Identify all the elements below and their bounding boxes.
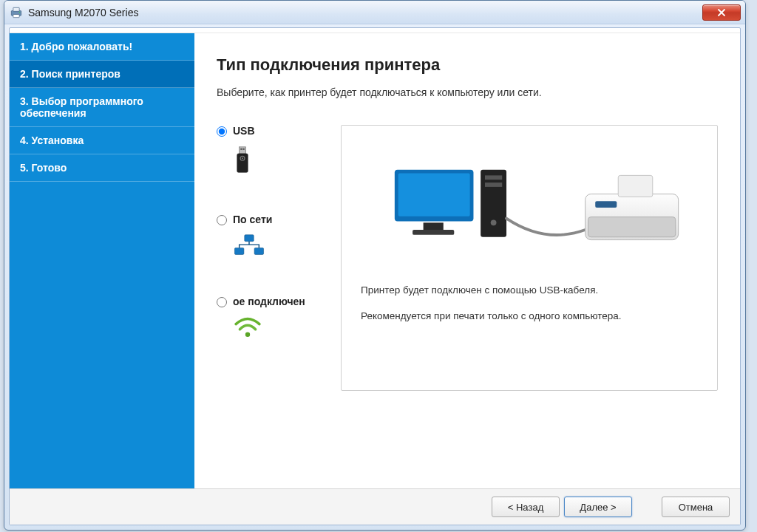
preview-text-2: Рекомендуется при печати только с одного… (361, 310, 701, 324)
sidebar-step-install[interactable]: 4. Установка (10, 127, 194, 154)
cancel-button[interactable]: Отмена (662, 497, 730, 517)
svg-rect-2 (13, 14, 19, 17)
sidebar-step-search[interactable]: 2. Поиск принтеров (10, 61, 194, 88)
sidebar-step-welcome[interactable]: 1. Добро пожаловать! (10, 33, 194, 61)
printer-app-icon (9, 5, 24, 20)
option-wireless-label: ое подключен (233, 296, 305, 309)
close-button[interactable] (702, 4, 741, 21)
title-bar[interactable]: Samsung M2070 Series (4, 1, 745, 24)
svg-rect-1 (13, 7, 19, 11)
page-subheading: Выберите, как принтер будет подключаться… (217, 86, 718, 98)
radio-usb[interactable] (217, 126, 227, 137)
connection-illustration (361, 161, 701, 254)
radio-network[interactable] (217, 215, 227, 225)
wizard-footer: < Назад Далее > Отмена (10, 488, 740, 525)
svg-rect-18 (481, 170, 506, 237)
svg-point-9 (242, 157, 243, 159)
svg-point-3 (19, 11, 20, 13)
svg-rect-10 (245, 235, 254, 242)
sidebar-step-done[interactable]: 5. Готово (10, 154, 194, 182)
option-network[interactable]: По сети (217, 214, 341, 261)
svg-rect-12 (254, 248, 263, 255)
next-button[interactable]: Далее > (564, 497, 632, 517)
svg-point-13 (245, 332, 250, 336)
network-icon (233, 233, 264, 260)
page-heading: Тип подключения принтера (217, 55, 718, 75)
svg-point-21 (491, 219, 497, 225)
installer-window: Samsung M2070 Series 1. Добро пожаловать… (4, 0, 746, 531)
preview-text-1: Принтер будет подключен с помощью USB-ка… (361, 284, 701, 298)
wizard-content: Тип подключения принтера Выберите, как п… (194, 33, 740, 488)
close-icon (717, 8, 726, 17)
svg-rect-4 (239, 146, 245, 153)
usb-drive-icon (233, 146, 264, 178)
wifi-icon (233, 316, 264, 341)
svg-rect-19 (485, 175, 502, 180)
window-title: Samsung M2070 Series (28, 7, 702, 18)
radio-wireless[interactable] (217, 297, 227, 307)
svg-rect-23 (588, 217, 676, 237)
svg-rect-24 (618, 175, 653, 197)
svg-rect-5 (240, 148, 242, 149)
option-usb-label: USB (233, 125, 255, 138)
svg-rect-6 (242, 148, 244, 149)
wizard-sidebar: 1. Добро пожаловать! 2. Поиск принтеров … (10, 33, 194, 488)
svg-rect-17 (413, 230, 454, 235)
back-button[interactable]: < Назад (492, 497, 560, 517)
connection-options: USB (217, 125, 341, 341)
option-network-label: По сети (233, 214, 272, 227)
client-area: 1. Добро пожаловать! 2. Поиск принтеров … (9, 27, 741, 525)
svg-rect-20 (485, 183, 502, 187)
svg-rect-16 (424, 222, 444, 230)
svg-rect-11 (234, 248, 243, 255)
connection-preview-panel: Принтер будет подключен с помощью USB-ка… (341, 125, 718, 391)
svg-rect-25 (595, 201, 617, 208)
sidebar-step-software[interactable]: 3. Выбор программного обеспечения (10, 88, 194, 127)
option-usb[interactable]: USB (217, 125, 341, 178)
option-wireless[interactable]: ое подключен (217, 296, 341, 341)
svg-rect-15 (398, 173, 470, 216)
